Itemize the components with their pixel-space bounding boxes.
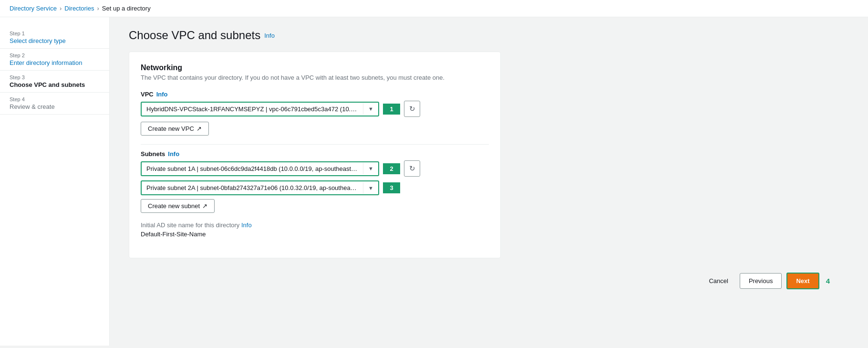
ad-site-value: Default-First-Site-Name bbox=[141, 231, 489, 238]
vpc-refresh-icon: ↻ bbox=[409, 105, 415, 113]
step-2-title[interactable]: Enter directory information bbox=[10, 59, 100, 66]
step-1-title[interactable]: Select directory type bbox=[10, 37, 100, 44]
subnets-label: Subnets Info bbox=[141, 150, 489, 158]
subnet-refresh-button[interactable]: ↻ bbox=[404, 160, 420, 177]
ad-site-label: Initial AD site name for this directory … bbox=[141, 221, 489, 229]
main-content: Choose VPC and subnets Info Networking T… bbox=[110, 17, 868, 346]
breadcrumb-directory-service[interactable]: Directory Service bbox=[10, 5, 57, 12]
page-info-link[interactable]: Info bbox=[264, 32, 275, 39]
ad-site-info-link[interactable]: Info bbox=[241, 221, 252, 229]
subnet2-row: Private subnet 2A | subnet-0bfab274327a7… bbox=[141, 180, 489, 195]
subnet1-chevron-icon[interactable]: ▼ bbox=[363, 163, 378, 174]
step-3-label: Step 3 bbox=[10, 74, 100, 80]
step-4-label: Step 4 bbox=[10, 96, 100, 102]
step-1-label: Step 1 bbox=[10, 31, 100, 36]
footer: Cancel Previous Next 4 bbox=[129, 263, 849, 299]
breadcrumb-sep-2: › bbox=[97, 5, 99, 12]
create-subnet-button[interactable]: Create new subnet ↗ bbox=[141, 199, 215, 213]
subnet1-row: Private subnet 1A | subnet-06c6dc9da2f44… bbox=[141, 160, 489, 177]
sidebar-step-2: Step 2 Enter directory information bbox=[0, 49, 109, 71]
next-button[interactable]: Next bbox=[786, 273, 819, 289]
page-title: Choose VPC and subnets Info bbox=[129, 29, 849, 42]
networking-title: Networking bbox=[141, 63, 489, 72]
vpc-label: VPC Info bbox=[141, 91, 489, 98]
sidebar-step-3: Step 3 Choose VPC and subnets bbox=[0, 71, 109, 93]
sidebar: Step 1 Select directory type Step 2 Ente… bbox=[0, 17, 110, 346]
breadcrumb-directories[interactable]: Directories bbox=[64, 5, 94, 12]
vpc-refresh-button[interactable]: ↻ bbox=[404, 101, 420, 117]
subnet1-badge: 2 bbox=[383, 163, 400, 174]
networking-card: Networking The VPC that contains your di… bbox=[129, 52, 501, 258]
sidebar-step-1: Step 1 Select directory type bbox=[0, 27, 109, 49]
vpc-chevron-icon[interactable]: ▼ bbox=[363, 103, 378, 115]
vpc-select[interactable]: HybridDNS-VPCStack-1RFANCYMSEPYZ | vpc-0… bbox=[141, 102, 379, 116]
sidebar-step-4: Step 4 Review & create bbox=[0, 93, 109, 115]
step-3-title: Choose VPC and subnets bbox=[10, 81, 100, 88]
step-2-label: Step 2 bbox=[10, 53, 100, 58]
subnets-group: Subnets Info Private subnet 1A | subnet-… bbox=[141, 150, 489, 213]
vpc-info-link[interactable]: Info bbox=[156, 91, 168, 98]
subnet2-value: Private subnet 2A | subnet-0bfab274327a7… bbox=[142, 181, 363, 194]
subnet1-select[interactable]: Private subnet 1A | subnet-06c6dc9da2f44… bbox=[141, 161, 379, 176]
create-subnet-external-icon: ↗ bbox=[202, 202, 207, 210]
next-badge: 4 bbox=[826, 277, 830, 285]
next-label: Next bbox=[796, 277, 809, 285]
subnet-refresh-icon: ↻ bbox=[409, 164, 415, 173]
ad-site-group: Initial AD site name for this directory … bbox=[141, 221, 489, 238]
vpc-select-row: HybridDNS-VPCStack-1RFANCYMSEPYZ | vpc-0… bbox=[141, 101, 489, 117]
vpc-group: VPC Info HybridDNS-VPCStack-1RFANCYMSEPY… bbox=[141, 91, 489, 136]
subnet2-chevron-icon[interactable]: ▼ bbox=[363, 182, 378, 194]
cancel-button[interactable]: Cancel bbox=[702, 274, 734, 288]
subnet1-value: Private subnet 1A | subnet-06c6dc9da2f44… bbox=[142, 162, 363, 175]
breadcrumb-current: Set up a directory bbox=[102, 5, 151, 12]
create-vpc-label: Create new VPC bbox=[148, 125, 194, 132]
step-4-title: Review & create bbox=[10, 103, 100, 110]
divider-1 bbox=[141, 144, 489, 145]
subnet2-select[interactable]: Private subnet 2A | subnet-0bfab274327a7… bbox=[141, 180, 379, 195]
breadcrumb: Directory Service › Directories › Set up… bbox=[0, 0, 868, 17]
subnet2-badge: 3 bbox=[383, 182, 400, 193]
create-subnet-label: Create new subnet bbox=[148, 202, 200, 210]
vpc-value: HybridDNS-VPCStack-1RFANCYMSEPYZ | vpc-0… bbox=[142, 103, 363, 116]
previous-button[interactable]: Previous bbox=[740, 273, 782, 289]
breadcrumb-sep-1: › bbox=[60, 5, 62, 12]
networking-desc: The VPC that contains your directory. If… bbox=[141, 74, 489, 81]
create-vpc-button[interactable]: Create new VPC ↗ bbox=[141, 122, 209, 136]
subnets-info-link[interactable]: Info bbox=[168, 150, 179, 158]
create-vpc-external-icon: ↗ bbox=[196, 125, 202, 132]
vpc-badge: 1 bbox=[383, 104, 400, 115]
